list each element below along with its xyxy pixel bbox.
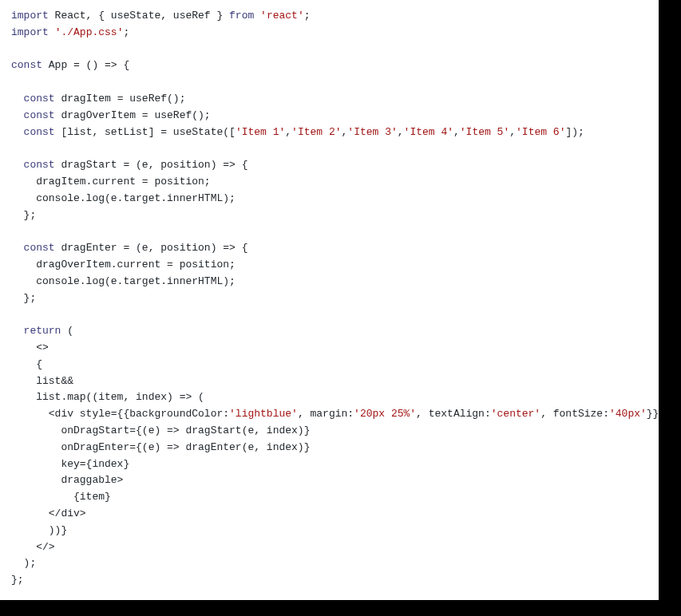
code-content: import React, { useState, useRef } from …	[11, 8, 647, 589]
code-block: import React, { useState, useRef } from …	[0, 0, 659, 600]
